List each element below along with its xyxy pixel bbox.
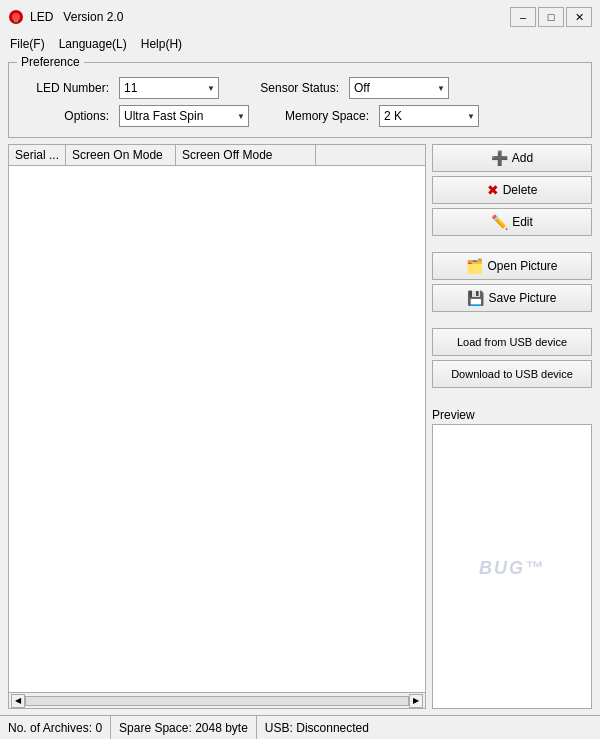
load-usb-button[interactable]: Load from USB device xyxy=(432,328,592,356)
svg-point-1 xyxy=(12,13,20,21)
status-spare-space: Spare Space: 2048 byte xyxy=(111,716,257,739)
preference-group: Preference LED Number: 11 12 13 14 Senso… xyxy=(8,62,592,138)
download-usb-label: Download to USB device xyxy=(451,368,573,380)
menu-language[interactable]: Language(L) xyxy=(53,35,133,53)
save-picture-icon: 💾 xyxy=(467,291,484,305)
sensor-status-wrapper: Off On xyxy=(349,77,449,99)
preview-label: Preview xyxy=(432,408,592,422)
table-col-screen-off: Screen Off Mode xyxy=(176,145,316,165)
edit-icon: ✏️ xyxy=(491,215,508,229)
window-controls: – □ ✕ xyxy=(510,7,592,27)
separator-2 xyxy=(432,316,592,324)
spare-space-label: Spare Space: xyxy=(119,721,192,735)
memory-space-label: Memory Space: xyxy=(279,109,369,123)
scrollbar-track[interactable] xyxy=(25,696,409,706)
table-body[interactable] xyxy=(9,166,425,692)
edit-label: Edit xyxy=(512,215,533,229)
minimize-button[interactable]: – xyxy=(510,7,536,27)
table-area: Serial ... Screen On Mode Screen Off Mod… xyxy=(8,144,426,709)
preview-box: BUG™ xyxy=(432,424,592,709)
button-panel: ➕ Add ✖ Delete ✏️ Edit 🗂️ Open Picture 💾… xyxy=(432,144,592,709)
app-version-text: Version 2.0 xyxy=(63,10,123,24)
title-bar: LED Version 2.0 – □ ✕ xyxy=(0,0,600,32)
scroll-right-button[interactable]: ▶ xyxy=(409,694,423,708)
middle-area: Serial ... Screen On Mode Screen Off Mod… xyxy=(8,144,592,709)
preference-group-title: Preference xyxy=(17,56,84,69)
download-usb-button[interactable]: Download to USB device xyxy=(432,360,592,388)
options-wrapper: Ultra Fast Spin Fast Spin Slow Spin xyxy=(119,105,249,127)
scroll-left-button[interactable]: ◀ xyxy=(11,694,25,708)
led-number-label: LED Number: xyxy=(19,81,109,95)
open-picture-label: Open Picture xyxy=(487,259,557,273)
app-icon xyxy=(8,9,24,25)
app-name-text: LED xyxy=(30,10,53,24)
spare-space-value: 2048 byte xyxy=(195,721,248,735)
status-bar: No. of Archives: 0 Spare Space: 2048 byt… xyxy=(0,715,600,739)
preview-watermark: BUG™ xyxy=(479,554,545,580)
usb-value: Disconnected xyxy=(296,721,369,735)
delete-label: Delete xyxy=(503,183,538,197)
archives-value: 0 xyxy=(95,721,102,735)
watermark-text: BUG™ xyxy=(479,558,545,578)
table-col-screen-on: Screen On Mode xyxy=(66,145,176,165)
svg-rect-2 xyxy=(14,20,18,22)
load-usb-label: Load from USB device xyxy=(457,336,567,348)
status-archives: No. of Archives: 0 xyxy=(0,716,111,739)
close-button[interactable]: ✕ xyxy=(566,7,592,27)
options-label: Options: xyxy=(19,109,109,123)
open-picture-button[interactable]: 🗂️ Open Picture xyxy=(432,252,592,280)
table-header: Serial ... Screen On Mode Screen Off Mod… xyxy=(9,145,425,166)
separator-1 xyxy=(432,240,592,248)
memory-space-wrapper: 2 K 4 K 8 K xyxy=(379,105,479,127)
table-col-serial: Serial ... xyxy=(9,145,66,165)
memory-space-select[interactable]: 2 K 4 K 8 K xyxy=(379,105,479,127)
menu-bar: File(F) Language(L) Help(H) xyxy=(0,32,600,56)
archives-label: No. of Archives: xyxy=(8,721,92,735)
sensor-status-select[interactable]: Off On xyxy=(349,77,449,99)
edit-button[interactable]: ✏️ Edit xyxy=(432,208,592,236)
add-icon: ➕ xyxy=(491,151,508,165)
save-picture-label: Save Picture xyxy=(488,291,556,305)
maximize-button[interactable]: □ xyxy=(538,7,564,27)
open-picture-icon: 🗂️ xyxy=(466,259,483,273)
sensor-status-label: Sensor Status: xyxy=(249,81,339,95)
preview-area: Preview BUG™ xyxy=(432,408,592,709)
pref-row-options: Options: Ultra Fast Spin Fast Spin Slow … xyxy=(19,105,581,127)
add-label: Add xyxy=(512,151,533,165)
table-scrollbar[interactable]: ◀ ▶ xyxy=(9,692,425,708)
pref-row-led: LED Number: 11 12 13 14 Sensor Status: O… xyxy=(19,77,581,99)
led-number-select[interactable]: 11 12 13 14 xyxy=(119,77,219,99)
separator-3 xyxy=(432,392,592,400)
menu-file[interactable]: File(F) xyxy=(4,35,51,53)
main-content: Preference LED Number: 11 12 13 14 Senso… xyxy=(0,56,600,715)
delete-icon: ✖ xyxy=(487,183,499,197)
delete-button[interactable]: ✖ Delete xyxy=(432,176,592,204)
save-picture-button[interactable]: 💾 Save Picture xyxy=(432,284,592,312)
options-select[interactable]: Ultra Fast Spin Fast Spin Slow Spin xyxy=(119,105,249,127)
menu-help[interactable]: Help(H) xyxy=(135,35,188,53)
app-title: LED Version 2.0 xyxy=(30,10,510,24)
led-number-wrapper: 11 12 13 14 xyxy=(119,77,219,99)
status-usb: USB: Disconnected xyxy=(257,716,377,739)
usb-label: USB: xyxy=(265,721,293,735)
add-button[interactable]: ➕ Add xyxy=(432,144,592,172)
